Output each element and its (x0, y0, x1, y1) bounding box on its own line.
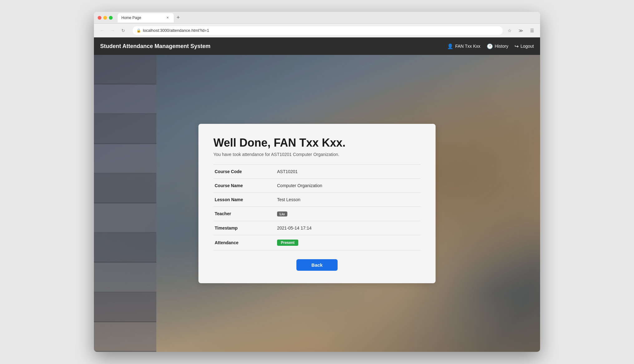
tab-close-button[interactable]: ✕ (165, 15, 170, 20)
logout-link[interactable]: ↪ Logout (515, 43, 534, 49)
menu-button[interactable]: ☰ (528, 26, 536, 35)
teacher-badge: Liu (277, 211, 287, 216)
url-input[interactable] (143, 28, 499, 33)
reload-button[interactable]: ↻ (119, 26, 128, 35)
page-background: Well Done, FAN Txx Kxx. You have took at… (94, 55, 540, 352)
toolbar-right: ☆ ≫ ☰ (505, 26, 536, 35)
navbar-username: FAN Txx Kxx (455, 44, 480, 49)
row-value: AST10201 (276, 164, 421, 178)
user-icon: 👤 (447, 43, 453, 49)
back-button[interactable]: Back (296, 259, 338, 271)
modal-title: Well Done, FAN Txx Kxx. (213, 136, 421, 149)
logout-label: Logout (520, 44, 534, 49)
app-brand: Student Attendance Management System (100, 43, 210, 50)
security-icon: 🔒 (136, 28, 141, 33)
row-label: Lesson Name (213, 192, 276, 206)
forward-nav-button[interactable]: → (108, 26, 117, 35)
navbar-user[interactable]: 👤 FAN Txx Kxx (447, 43, 480, 49)
minimize-button[interactable] (103, 16, 107, 20)
history-label: History (495, 44, 509, 49)
maximize-button[interactable] (109, 16, 113, 20)
table-row: Timestamp2021-05-14 17:14 (213, 221, 421, 235)
table-row: Lesson NameTest Lesson (213, 192, 421, 206)
tab-title: Home Page (121, 16, 141, 20)
browser-toolbar: ← → ↻ 🔒 ☆ ≫ ☰ (94, 24, 540, 37)
table-row: Course CodeAST10201 (213, 164, 421, 178)
background-blinds (94, 55, 156, 352)
row-value: 2021-05-14 17:14 (276, 221, 421, 235)
navbar-right: 👤 FAN Txx Kxx 🕐 History ↪ Logout (447, 43, 534, 49)
table-row: TeacherLiu (213, 206, 421, 221)
browser-titlebar: Home Page ✕ + (94, 12, 540, 24)
row-label: Teacher (213, 206, 276, 221)
row-value: Present (276, 235, 421, 250)
new-tab-button[interactable]: + (174, 13, 183, 22)
app-content: Student Attendance Management System 👤 F… (94, 37, 540, 352)
back-nav-button[interactable]: ← (98, 26, 106, 35)
attendance-info-table: Course CodeAST10201Course NameComputer O… (213, 164, 421, 250)
attendance-result-card: Well Done, FAN Txx Kxx. You have took at… (198, 124, 436, 283)
present-badge: Present (277, 240, 298, 246)
logout-icon: ↪ (515, 43, 519, 49)
row-value: Test Lesson (276, 192, 421, 206)
row-label: Timestamp (213, 221, 276, 235)
row-value: Computer Organization (276, 178, 421, 192)
browser-tab-home[interactable]: Home Page ✕ (118, 13, 174, 22)
back-button-wrapper: Back (213, 259, 421, 271)
extensions-button[interactable]: ≫ (516, 26, 525, 35)
row-label: Course Code (213, 164, 276, 178)
modal-subtitle: You have took attendance for AST10201 Co… (213, 152, 421, 157)
traffic-lights (98, 16, 113, 20)
history-icon: 🕐 (487, 43, 493, 49)
tab-bar: Home Page ✕ + (118, 12, 183, 23)
bookmark-button[interactable]: ☆ (505, 26, 514, 35)
history-link[interactable]: 🕐 History (487, 43, 509, 49)
table-row: AttendancePresent (213, 235, 421, 250)
browser-window: Home Page ✕ + ← → ↻ 🔒 ☆ ≫ ☰ Student Atte… (94, 12, 540, 352)
address-bar[interactable]: 🔒 (133, 26, 503, 35)
table-row: Course NameComputer Organization (213, 178, 421, 192)
row-label: Attendance (213, 235, 276, 250)
browser-nav: ← → ↻ (98, 26, 128, 35)
close-button[interactable] (98, 16, 101, 20)
app-navbar: Student Attendance Management System 👤 F… (94, 37, 540, 55)
row-value: Liu (276, 206, 421, 221)
row-label: Course Name (213, 178, 276, 192)
